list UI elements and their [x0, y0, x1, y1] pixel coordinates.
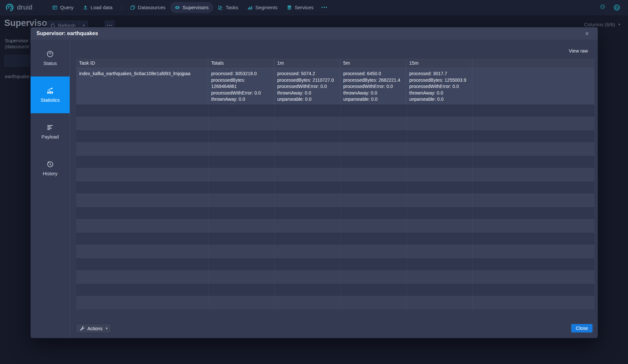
nav-item-label: Services: [295, 5, 314, 10]
nav-item-datasources[interactable]: Datasources: [125, 2, 170, 13]
chevron-down-icon: ▾: [618, 22, 620, 27]
nav-item-tasks[interactable]: Tasks: [213, 2, 243, 13]
column-subheader-datasource: (datasource: [5, 44, 29, 49]
nav-item-query[interactable]: Query: [48, 2, 78, 13]
druid-console: druid Query Load data Datasou: [0, 0, 628, 364]
gear-icon: [599, 4, 606, 10]
settings-gear-button[interactable]: [599, 4, 606, 11]
druid-spiral-icon: [5, 3, 14, 12]
gantt-chart-icon: [218, 5, 223, 10]
help-icon: ?: [616, 5, 618, 10]
upload-icon: [83, 5, 88, 10]
eye-icon: [175, 5, 180, 10]
column-header-totals[interactable]: Totals: [208, 58, 274, 68]
close-icon: ×: [585, 30, 589, 37]
layers-icon: [130, 5, 135, 10]
dialog-close-button[interactable]: ×: [582, 29, 592, 38]
bar-chart-arrow-icon: [46, 87, 54, 95]
nav-right-actions: ?: [599, 4, 623, 11]
supervisor-row-earthquakes[interactable]: earthquake: [5, 74, 30, 79]
cell-empty: [472, 68, 594, 104]
close-label: Close: [576, 326, 588, 331]
dialog-title: Supervisor: earthquakes: [36, 31, 98, 36]
align-left-icon: [46, 124, 54, 131]
column-header-1m[interactable]: 1m: [274, 58, 340, 68]
statistics-table: Task ID Totals 1m 5m 15m index_kafka_ear…: [76, 58, 594, 309]
nav-divider: [121, 4, 122, 11]
nav-item-label: Tasks: [226, 5, 238, 10]
top-nav: druid Query Load data Datasou: [0, 0, 628, 15]
column-header-empty: [472, 58, 594, 68]
columns-picker-button[interactable]: Columns (6/6) ▾: [584, 22, 620, 27]
cell-5m: processed: 6450.0 processedBytes: 268222…: [340, 68, 406, 104]
nav-item-segments[interactable]: Segments: [243, 2, 282, 13]
cell-15m: processed: 3017.7 processedBytes: 125500…: [406, 68, 472, 104]
dashboard-gauge-icon: [46, 50, 54, 58]
bar-chart-icon: [247, 5, 253, 10]
column-header-supervisor-id: Supervisor I: [5, 38, 31, 43]
cell-1m: processed: 5074.2 processedBytes: 211072…: [274, 68, 340, 104]
table-column-divider: [472, 104, 473, 309]
view-raw-row: View raw: [70, 40, 598, 58]
cell-task-id: index_kafka_earthquakes_6c6ac108e1afd93_…: [76, 68, 208, 104]
history-icon: [46, 161, 54, 168]
nav-item-label: Load data: [91, 5, 113, 10]
column-header-15m[interactable]: 15m: [406, 58, 472, 68]
table-column-divider: [406, 104, 407, 309]
tab-statistics[interactable]: Statistics: [31, 76, 70, 113]
nav-item-services[interactable]: Services: [282, 2, 318, 13]
help-button[interactable]: ?: [614, 4, 620, 11]
column-header-5m[interactable]: 5m: [340, 58, 406, 68]
dialog-body: Status Statistics: [31, 40, 598, 338]
tab-status[interactable]: Status: [31, 40, 70, 76]
table-column-divider: [340, 104, 341, 309]
nav-more-button[interactable]: •••: [318, 5, 331, 10]
tab-label: Payload: [41, 134, 58, 139]
database-icon: [287, 5, 292, 10]
table-column-divider: [208, 104, 209, 309]
supervisor-dialog: Supervisor: earthquakes × Status: [31, 27, 598, 338]
dialog-header: Supervisor: earthquakes ×: [31, 27, 598, 40]
columns-label: Columns (6/6): [584, 22, 615, 27]
dialog-main: View raw Task ID Totals 1m 5m 15m index_…: [70, 40, 598, 338]
tab-history[interactable]: History: [31, 150, 70, 187]
table-column-divider: [274, 104, 275, 309]
view-raw-link[interactable]: View raw: [569, 48, 588, 54]
wrench-icon: [80, 326, 85, 331]
dialog-footer: Actions ▾ Close: [70, 309, 598, 338]
actions-label: Actions: [87, 326, 102, 331]
nav-item-supervisors[interactable]: Supervisors: [170, 2, 213, 13]
tab-payload[interactable]: Payload: [31, 113, 70, 150]
close-button[interactable]: Close: [571, 324, 593, 332]
nav-item-load-data[interactable]: Load data: [78, 2, 117, 13]
empty-table-rows: [76, 104, 594, 309]
tab-label: History: [43, 171, 57, 176]
nav-item-label: Query: [60, 5, 74, 10]
tab-label: Statistics: [40, 97, 59, 103]
query-icon: [52, 5, 57, 10]
nav-item-label: Datasources: [138, 5, 166, 10]
tab-label: Status: [43, 61, 57, 66]
druid-logo[interactable]: druid: [5, 3, 33, 12]
dialog-side-nav: Status Statistics: [31, 40, 70, 338]
column-header-task-id[interactable]: Task ID: [76, 58, 208, 68]
cell-totals: processed: 3053218.0 processedBytes: 126…: [208, 68, 274, 104]
actions-button[interactable]: Actions ▾: [76, 324, 111, 333]
nav-item-label: Supervisors: [183, 5, 209, 10]
nav-item-label: Segments: [255, 5, 278, 10]
chevron-down-icon: ▾: [106, 326, 108, 331]
logo-text: druid: [17, 4, 33, 11]
